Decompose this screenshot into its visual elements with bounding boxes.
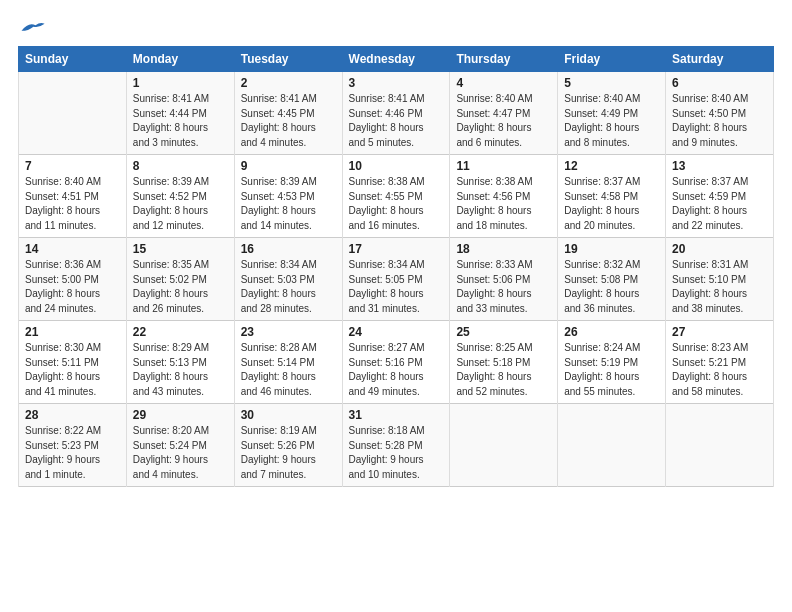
day-number: 17 [349, 242, 444, 256]
day-info: Sunrise: 8:18 AM Sunset: 5:28 PM Dayligh… [349, 424, 444, 482]
day-cell: 15Sunrise: 8:35 AM Sunset: 5:02 PM Dayli… [126, 238, 234, 321]
day-cell: 10Sunrise: 8:38 AM Sunset: 4:55 PM Dayli… [342, 155, 450, 238]
day-info: Sunrise: 8:41 AM Sunset: 4:44 PM Dayligh… [133, 92, 228, 150]
day-cell: 29Sunrise: 8:20 AM Sunset: 5:24 PM Dayli… [126, 404, 234, 487]
day-number: 18 [456, 242, 551, 256]
day-info: Sunrise: 8:35 AM Sunset: 5:02 PM Dayligh… [133, 258, 228, 316]
day-cell: 2Sunrise: 8:41 AM Sunset: 4:45 PM Daylig… [234, 72, 342, 155]
page: SundayMondayTuesdayWednesdayThursdayFrid… [0, 0, 792, 612]
day-number: 20 [672, 242, 767, 256]
day-number: 5 [564, 76, 659, 90]
day-cell: 8Sunrise: 8:39 AM Sunset: 4:52 PM Daylig… [126, 155, 234, 238]
day-info: Sunrise: 8:24 AM Sunset: 5:19 PM Dayligh… [564, 341, 659, 399]
day-cell: 28Sunrise: 8:22 AM Sunset: 5:23 PM Dayli… [19, 404, 127, 487]
day-cell: 3Sunrise: 8:41 AM Sunset: 4:46 PM Daylig… [342, 72, 450, 155]
day-number: 23 [241, 325, 336, 339]
week-row-4: 21Sunrise: 8:30 AM Sunset: 5:11 PM Dayli… [19, 321, 774, 404]
day-number: 8 [133, 159, 228, 173]
day-cell: 5Sunrise: 8:40 AM Sunset: 4:49 PM Daylig… [558, 72, 666, 155]
day-number: 6 [672, 76, 767, 90]
day-cell: 17Sunrise: 8:34 AM Sunset: 5:05 PM Dayli… [342, 238, 450, 321]
day-cell: 23Sunrise: 8:28 AM Sunset: 5:14 PM Dayli… [234, 321, 342, 404]
day-info: Sunrise: 8:38 AM Sunset: 4:55 PM Dayligh… [349, 175, 444, 233]
day-number: 3 [349, 76, 444, 90]
day-info: Sunrise: 8:22 AM Sunset: 5:23 PM Dayligh… [25, 424, 120, 482]
col-header-thursday: Thursday [450, 47, 558, 72]
day-cell: 26Sunrise: 8:24 AM Sunset: 5:19 PM Dayli… [558, 321, 666, 404]
day-info: Sunrise: 8:36 AM Sunset: 5:00 PM Dayligh… [25, 258, 120, 316]
day-number: 27 [672, 325, 767, 339]
day-number: 2 [241, 76, 336, 90]
day-number: 25 [456, 325, 551, 339]
day-number: 28 [25, 408, 120, 422]
day-number: 31 [349, 408, 444, 422]
day-cell: 16Sunrise: 8:34 AM Sunset: 5:03 PM Dayli… [234, 238, 342, 321]
day-cell: 31Sunrise: 8:18 AM Sunset: 5:28 PM Dayli… [342, 404, 450, 487]
day-info: Sunrise: 8:28 AM Sunset: 5:14 PM Dayligh… [241, 341, 336, 399]
day-cell: 27Sunrise: 8:23 AM Sunset: 5:21 PM Dayli… [666, 321, 774, 404]
day-info: Sunrise: 8:19 AM Sunset: 5:26 PM Dayligh… [241, 424, 336, 482]
day-cell: 1Sunrise: 8:41 AM Sunset: 4:44 PM Daylig… [126, 72, 234, 155]
day-cell: 7Sunrise: 8:40 AM Sunset: 4:51 PM Daylig… [19, 155, 127, 238]
day-number: 14 [25, 242, 120, 256]
day-cell: 9Sunrise: 8:39 AM Sunset: 4:53 PM Daylig… [234, 155, 342, 238]
logo [18, 18, 50, 36]
header [18, 18, 774, 36]
col-header-saturday: Saturday [666, 47, 774, 72]
day-number: 9 [241, 159, 336, 173]
col-header-friday: Friday [558, 47, 666, 72]
col-header-wednesday: Wednesday [342, 47, 450, 72]
day-info: Sunrise: 8:31 AM Sunset: 5:10 PM Dayligh… [672, 258, 767, 316]
day-info: Sunrise: 8:34 AM Sunset: 5:03 PM Dayligh… [241, 258, 336, 316]
day-cell: 4Sunrise: 8:40 AM Sunset: 4:47 PM Daylig… [450, 72, 558, 155]
header-row: SundayMondayTuesdayWednesdayThursdayFrid… [19, 47, 774, 72]
col-header-tuesday: Tuesday [234, 47, 342, 72]
day-info: Sunrise: 8:40 AM Sunset: 4:49 PM Dayligh… [564, 92, 659, 150]
day-info: Sunrise: 8:41 AM Sunset: 4:45 PM Dayligh… [241, 92, 336, 150]
day-number: 13 [672, 159, 767, 173]
day-info: Sunrise: 8:25 AM Sunset: 5:18 PM Dayligh… [456, 341, 551, 399]
day-cell: 18Sunrise: 8:33 AM Sunset: 5:06 PM Dayli… [450, 238, 558, 321]
day-number: 29 [133, 408, 228, 422]
day-number: 22 [133, 325, 228, 339]
logo-bird-icon [18, 18, 46, 36]
day-info: Sunrise: 8:20 AM Sunset: 5:24 PM Dayligh… [133, 424, 228, 482]
week-row-2: 7Sunrise: 8:40 AM Sunset: 4:51 PM Daylig… [19, 155, 774, 238]
day-info: Sunrise: 8:38 AM Sunset: 4:56 PM Dayligh… [456, 175, 551, 233]
day-cell: 24Sunrise: 8:27 AM Sunset: 5:16 PM Dayli… [342, 321, 450, 404]
day-cell [450, 404, 558, 487]
day-cell: 14Sunrise: 8:36 AM Sunset: 5:00 PM Dayli… [19, 238, 127, 321]
day-info: Sunrise: 8:41 AM Sunset: 4:46 PM Dayligh… [349, 92, 444, 150]
day-cell [558, 404, 666, 487]
day-info: Sunrise: 8:34 AM Sunset: 5:05 PM Dayligh… [349, 258, 444, 316]
day-info: Sunrise: 8:27 AM Sunset: 5:16 PM Dayligh… [349, 341, 444, 399]
day-info: Sunrise: 8:40 AM Sunset: 4:51 PM Dayligh… [25, 175, 120, 233]
day-cell: 11Sunrise: 8:38 AM Sunset: 4:56 PM Dayli… [450, 155, 558, 238]
day-cell [666, 404, 774, 487]
day-number: 4 [456, 76, 551, 90]
day-info: Sunrise: 8:30 AM Sunset: 5:11 PM Dayligh… [25, 341, 120, 399]
day-number: 26 [564, 325, 659, 339]
day-cell [19, 72, 127, 155]
week-row-1: 1Sunrise: 8:41 AM Sunset: 4:44 PM Daylig… [19, 72, 774, 155]
day-number: 10 [349, 159, 444, 173]
col-header-monday: Monday [126, 47, 234, 72]
day-cell: 13Sunrise: 8:37 AM Sunset: 4:59 PM Dayli… [666, 155, 774, 238]
day-number: 1 [133, 76, 228, 90]
day-info: Sunrise: 8:40 AM Sunset: 4:50 PM Dayligh… [672, 92, 767, 150]
day-number: 12 [564, 159, 659, 173]
day-info: Sunrise: 8:37 AM Sunset: 4:58 PM Dayligh… [564, 175, 659, 233]
day-number: 30 [241, 408, 336, 422]
day-number: 19 [564, 242, 659, 256]
day-cell: 6Sunrise: 8:40 AM Sunset: 4:50 PM Daylig… [666, 72, 774, 155]
week-row-5: 28Sunrise: 8:22 AM Sunset: 5:23 PM Dayli… [19, 404, 774, 487]
day-number: 16 [241, 242, 336, 256]
col-header-sunday: Sunday [19, 47, 127, 72]
day-number: 24 [349, 325, 444, 339]
calendar-table: SundayMondayTuesdayWednesdayThursdayFrid… [18, 46, 774, 487]
day-info: Sunrise: 8:29 AM Sunset: 5:13 PM Dayligh… [133, 341, 228, 399]
day-info: Sunrise: 8:32 AM Sunset: 5:08 PM Dayligh… [564, 258, 659, 316]
week-row-3: 14Sunrise: 8:36 AM Sunset: 5:00 PM Dayli… [19, 238, 774, 321]
day-number: 7 [25, 159, 120, 173]
day-number: 11 [456, 159, 551, 173]
